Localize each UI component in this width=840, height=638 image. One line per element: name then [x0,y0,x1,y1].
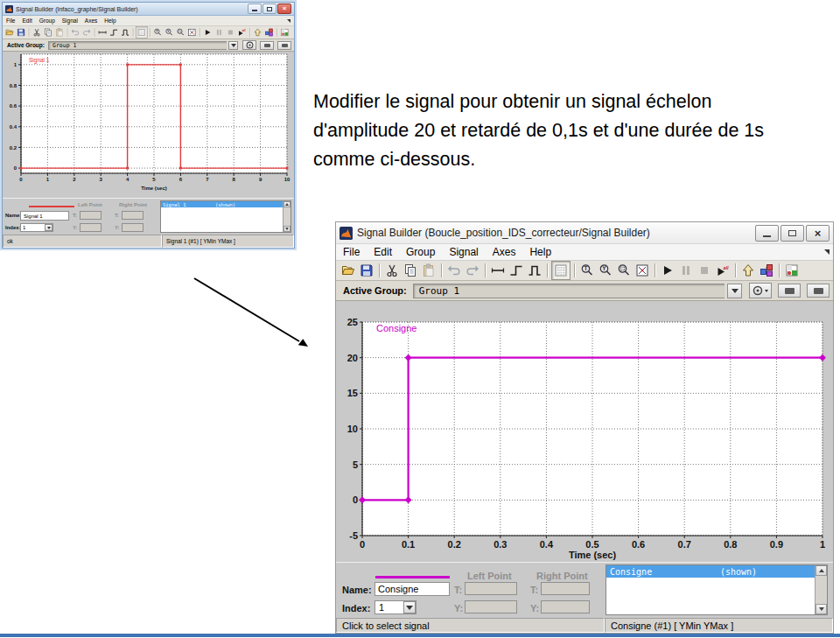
zoom-time-icon[interactable]: T [152,27,163,38]
send-to-model-icon[interactable] [263,27,274,38]
menu-group[interactable]: Group [399,246,442,258]
index-dropdown-icon[interactable] [403,601,416,613]
active-group-combobox[interactable]: Group 1 [413,284,724,298]
menu-axes[interactable]: Axes [486,246,523,258]
export-checker-icon[interactable] [783,262,801,279]
undo-icon[interactable] [70,27,80,38]
menu-group[interactable]: Group [36,18,59,24]
list-item[interactable]: Consigne (shown) [606,565,827,578]
stop-icon[interactable] [225,27,235,38]
x-axis-label: Time (sec) [569,550,617,560]
scroll-down-icon[interactable] [816,604,827,614]
signal-list[interactable]: Consigne (shown) [606,564,828,615]
menu-file[interactable]: File [3,18,18,24]
group-view-button-2[interactable] [807,284,830,298]
paste-icon[interactable] [54,27,65,38]
send-to-model-icon[interactable] [758,262,775,279]
step-up-icon[interactable] [108,27,119,38]
grid-icon[interactable] [551,261,570,280]
list-item[interactable]: Signal 1 (shown) [161,201,290,207]
copy-icon[interactable] [402,262,419,279]
menu-overflow-icon[interactable] [287,19,290,23]
menu-help[interactable]: Help [522,246,558,258]
active-group-combobox[interactable]: Group 1 [48,41,227,50]
zoom-y-icon[interactable]: Y [164,27,174,38]
minimize-button[interactable] [755,225,779,242]
paste-icon[interactable] [420,262,438,279]
zoom-time-icon[interactable]: T [578,262,596,279]
grid-icon[interactable] [136,26,148,39]
name-field[interactable] [374,582,450,596]
stop-icon[interactable] [696,262,713,279]
menu-edit[interactable]: Edit [367,246,399,258]
plot-area[interactable]: 01234567891000.20.40.60.81Signal 1Time (… [3,52,294,198]
menu-file[interactable]: File [336,246,367,258]
scroll-down-icon[interactable] [284,226,290,232]
fit-view-icon[interactable] [186,27,197,38]
up-arrow-icon[interactable] [252,27,262,38]
menu-edit[interactable]: Edit [18,18,35,24]
signal-list[interactable]: Signal 1 (shown) [160,200,291,233]
menu-overflow-icon[interactable] [824,249,830,255]
play-icon[interactable] [202,27,213,38]
signal-plot[interactable]: 00.10.20.30.40.50.60.70.80.91-5051015202… [336,301,833,560]
group-view-button-2[interactable] [277,41,291,50]
scroll-up-icon[interactable] [284,201,290,207]
close-icon[interactable]: × [806,225,830,242]
step-up-icon[interactable] [508,262,525,279]
zoom-xy-icon[interactable] [615,262,633,279]
save-icon[interactable] [358,262,375,279]
zoom-xy-icon[interactable] [175,27,186,38]
export-checker-icon[interactable] [279,27,290,38]
list-scrollbar[interactable] [815,565,827,614]
open-icon[interactable] [4,27,15,38]
pulse-icon[interactable] [120,27,130,38]
signal-plot[interactable]: 01234567891000.20.40.60.81Signal 1Time (… [3,52,294,194]
signal-color-swatch [29,206,74,207]
cut-icon[interactable] [383,262,401,279]
fit-view-icon[interactable] [634,262,651,279]
menu-help[interactable]: Help [101,18,119,24]
pause-icon[interactable] [677,262,695,279]
line-segment-icon[interactable] [489,262,507,279]
group-view-button-1[interactable] [260,41,274,50]
signal-point-marker [126,63,129,66]
name-field[interactable] [20,211,69,221]
menu-signal[interactable]: Signal [442,246,485,258]
pulse-icon[interactable] [526,262,543,279]
titlebar[interactable]: Signal Builder (Infaco_graphe/Signal Bui… [3,3,294,16]
maximize-button[interactable] [780,225,804,242]
redo-icon[interactable] [81,27,92,38]
active-group-dropdown-icon[interactable] [228,41,238,50]
index-dropdown-icon[interactable] [45,224,52,231]
cut-icon[interactable] [32,27,42,38]
maximize-button[interactable] [262,4,276,14]
arrow-annotation [184,271,315,359]
plot-area[interactable]: 00.10.20.30.40.50.60.70.80.91-5051015202… [336,301,833,562]
minimize-button[interactable] [248,4,262,14]
play-icon[interactable] [659,262,676,279]
undo-icon[interactable] [445,262,463,279]
menu-axes[interactable]: Axes [81,18,101,24]
redo-icon[interactable] [464,262,481,279]
up-arrow-icon[interactable] [739,262,757,279]
index-dropdown[interactable]: 1 [374,600,416,614]
group-options-button[interactable] [749,283,772,298]
copy-icon[interactable] [43,27,53,38]
zoom-y-icon[interactable]: Y [597,262,614,279]
play-all-icon[interactable]: all [236,27,247,38]
close-icon[interactable]: × [277,4,291,14]
titlebar[interactable]: Signal Builder (Boucle_position_IDS_corr… [336,222,833,244]
save-icon[interactable] [16,27,26,38]
pause-icon[interactable] [214,27,224,38]
index-dropdown[interactable]: 1 [20,223,53,232]
group-options-button[interactable] [242,40,256,50]
play-all-icon[interactable]: all [714,262,732,279]
scroll-up-icon[interactable] [816,565,827,576]
list-scrollbar[interactable] [283,201,290,232]
line-segment-icon[interactable] [97,27,108,38]
group-view-button-1[interactable] [778,284,801,298]
menu-signal[interactable]: Signal [59,18,81,24]
active-group-dropdown-icon[interactable] [727,284,742,298]
open-icon[interactable] [340,262,357,279]
